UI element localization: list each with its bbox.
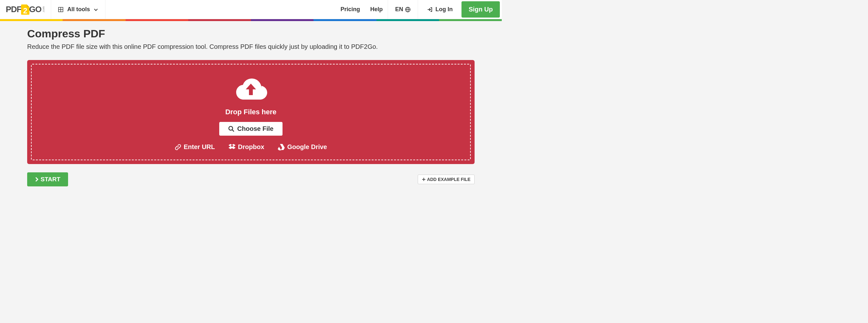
plus-icon [422, 177, 426, 181]
language-label: EN [395, 6, 403, 13]
logo-go-text: GO [29, 4, 41, 14]
dropzone-container: Drop Files here Choose File Enter UR [27, 60, 474, 164]
login-link[interactable]: Log In [418, 0, 462, 19]
main-container: Compress PDF Reduce the PDF file size wi… [27, 21, 474, 196]
logo-pdf-text: PDF [6, 4, 22, 14]
enter-url-label: Enter URL [184, 143, 215, 151]
link-icon [175, 144, 181, 150]
page-title: Compress PDF [27, 28, 474, 40]
add-example-label: ADD EXAMPLE FILE [427, 177, 470, 182]
choose-file-button[interactable]: Choose File [219, 122, 282, 136]
action-row: START ADD EXAMPLE FILE [27, 172, 474, 186]
google-drive-link[interactable]: Google Drive [278, 143, 327, 151]
nav-right: Pricing Help EN Log In Sign Up [335, 0, 502, 19]
signup-label: Sign Up [468, 6, 493, 13]
chevron-right-icon [35, 177, 39, 182]
logo-file-icon [21, 4, 29, 15]
enter-url-link[interactable]: Enter URL [175, 143, 215, 151]
start-button[interactable]: START [27, 172, 68, 186]
globe-icon [405, 7, 411, 12]
pricing-label: Pricing [340, 6, 360, 13]
login-icon [427, 7, 433, 12]
drop-text: Drop Files here [225, 108, 276, 116]
header: PDF GO .com All tools Pricing Help EN [0, 0, 502, 19]
google-drive-icon [278, 144, 285, 150]
dropbox-link[interactable]: Dropbox [228, 143, 264, 151]
dropbox-icon [228, 144, 236, 150]
start-label: START [40, 176, 60, 183]
help-link[interactable]: Help [365, 0, 388, 19]
dropzone[interactable]: Drop Files here Choose File Enter UR [31, 64, 471, 160]
rainbow-divider [0, 19, 502, 21]
source-row: Enter URL Dropbox [175, 143, 327, 151]
cloud-upload-icon [233, 75, 269, 103]
all-tools-menu[interactable]: All tools [51, 0, 105, 19]
logo[interactable]: PDF GO .com [0, 0, 51, 19]
help-label: Help [370, 6, 382, 13]
pricing-link[interactable]: Pricing [335, 0, 365, 19]
language-selector[interactable]: EN [388, 0, 418, 19]
google-drive-label: Google Drive [287, 143, 327, 151]
logo-com-text: .com [42, 6, 45, 13]
grid-icon [58, 7, 63, 12]
dropbox-label: Dropbox [238, 143, 264, 151]
svg-line-8 [232, 130, 234, 132]
all-tools-label: All tools [67, 6, 90, 13]
svg-point-7 [229, 127, 232, 130]
search-icon [228, 126, 235, 132]
choose-file-label: Choose File [237, 125, 273, 133]
login-label: Log In [435, 6, 453, 13]
add-example-file-button[interactable]: ADD EXAMPLE FILE [418, 175, 474, 184]
signup-button[interactable]: Sign Up [462, 1, 500, 17]
chevron-down-icon [94, 7, 98, 12]
page-description: Reduce the PDF file size with this onlin… [27, 43, 474, 50]
